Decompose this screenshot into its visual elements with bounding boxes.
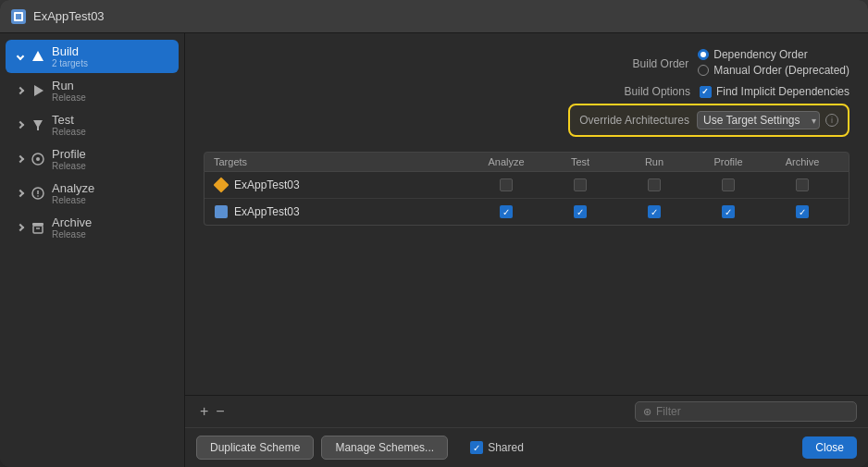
checkbox-test-2[interactable]: ✓ xyxy=(574,205,587,218)
footer: + − ⊛ Duplicate Scheme Manage Schemes...… xyxy=(185,395,868,467)
checkbox-archive-2[interactable]: ✓ xyxy=(796,205,809,218)
archive-icon xyxy=(30,219,46,236)
run-icon xyxy=(30,82,46,99)
cell-profile-1[interactable] xyxy=(691,178,765,191)
archive-text: Archive Release xyxy=(52,215,92,240)
sidebar-sublabel-test: Release xyxy=(52,127,86,137)
checkbox-test-1[interactable] xyxy=(574,178,587,191)
scheme-editor-dialog: ExAppTest03 Build 2 targets xyxy=(0,0,868,467)
build-options-label: Build Options xyxy=(625,85,690,98)
shared-label: Shared xyxy=(488,441,524,454)
checkbox-run-1[interactable] xyxy=(648,178,661,191)
chevron-right-icon-test xyxy=(15,119,26,130)
sidebar-item-archive[interactable]: Archive Release xyxy=(6,211,179,244)
duplicate-scheme-button[interactable]: Duplicate Scheme xyxy=(196,436,314,460)
checkbox-analyze-1[interactable] xyxy=(500,178,513,191)
cell-profile-2[interactable]: ✓ xyxy=(691,205,765,218)
cell-test-1[interactable] xyxy=(543,178,617,191)
sidebar-item-profile[interactable]: Profile Release xyxy=(6,142,179,176)
table-body: ExAppTest03 xyxy=(204,172,849,226)
sidebar-label-archive: Archive xyxy=(52,215,92,229)
checkbox-analyze-2[interactable]: ✓ xyxy=(500,205,513,218)
chevron-right-icon-profile xyxy=(15,154,26,165)
rect-shape xyxy=(215,205,228,218)
col-header-run: Run xyxy=(617,156,691,167)
col-header-profile: Profile xyxy=(691,156,765,167)
diamond-target-icon xyxy=(214,178,229,192)
analyze-icon xyxy=(30,185,46,202)
target-name-2: ExAppTest03 xyxy=(214,204,469,219)
sidebar-item-analyze[interactable]: Analyze Release xyxy=(6,177,179,210)
cell-run-2[interactable]: ✓ xyxy=(617,205,691,218)
rect-target-icon xyxy=(214,204,229,219)
override-arch-select[interactable]: Use Target Settings xyxy=(697,111,820,129)
checkbox-profile-1[interactable] xyxy=(722,178,735,191)
find-implicit-option[interactable]: Find Implicit Dependencies xyxy=(700,85,849,98)
cell-analyze-1[interactable] xyxy=(469,178,543,191)
title-bar: ExAppTest03 xyxy=(0,0,868,33)
sidebar-label-build: Build xyxy=(52,44,88,58)
main-content: Build Order Dependency Order Manual Orde… xyxy=(185,33,868,467)
info-icon[interactable]: i xyxy=(825,114,838,127)
sidebar-sublabel-analyze: Release xyxy=(52,195,94,205)
close-button[interactable]: Close xyxy=(802,436,857,459)
run-text: Run Release xyxy=(52,79,86,103)
table-row[interactable]: ExAppTest03 ✓ ✓ ✓ xyxy=(205,199,849,225)
table-row[interactable]: ExAppTest03 xyxy=(205,172,849,199)
dependency-order-label: Dependency Order xyxy=(713,48,807,61)
footer-toolbar: + − ⊛ xyxy=(185,396,868,428)
shared-checkbox[interactable]: ✓ xyxy=(470,441,483,454)
dependency-order-radio[interactable] xyxy=(698,49,709,60)
manual-order-option[interactable]: Manual Order (Deprecated) xyxy=(698,64,849,77)
checkbox-run-2[interactable]: ✓ xyxy=(648,205,661,218)
col-header-test: Test xyxy=(543,156,617,167)
target-label-1: ExAppTest03 xyxy=(234,178,300,191)
svg-marker-0 xyxy=(34,85,43,96)
cell-archive-2[interactable]: ✓ xyxy=(765,205,839,218)
shared-checkbox-container[interactable]: ✓ Shared xyxy=(470,441,524,454)
cell-test-2[interactable]: ✓ xyxy=(543,205,617,218)
find-implicit-checkbox[interactable] xyxy=(700,86,712,98)
table-header: Targets Analyze Test Run Profile Archive xyxy=(204,152,849,172)
manual-order-label: Manual Order (Deprecated) xyxy=(713,64,849,77)
svg-point-5 xyxy=(37,195,39,197)
filter-input[interactable] xyxy=(656,405,849,418)
col-header-analyze: Analyze xyxy=(469,156,543,167)
override-arch-label: Override Architectures xyxy=(579,114,689,127)
app-icon-inner xyxy=(14,12,23,21)
sidebar-item-build[interactable]: Build 2 targets xyxy=(6,40,179,73)
checkbox-profile-2[interactable]: ✓ xyxy=(722,205,735,218)
sidebar: Build 2 targets Run Release xyxy=(0,33,185,467)
manage-schemes-button[interactable]: Manage Schemes... xyxy=(321,436,448,460)
remove-button[interactable]: − xyxy=(212,401,228,422)
manual-order-radio[interactable] xyxy=(698,65,709,76)
sidebar-sublabel-profile: Release xyxy=(52,161,86,171)
app-icon xyxy=(11,9,26,24)
filter-box: ⊛ xyxy=(635,401,857,422)
filter-icon: ⊛ xyxy=(643,406,651,418)
targets-table-container: Targets Analyze Test Run Profile Archive xyxy=(204,152,849,226)
test-text: Test Release xyxy=(52,113,86,137)
dialog-title: ExAppTest03 xyxy=(33,9,105,23)
cell-analyze-2[interactable]: ✓ xyxy=(469,205,543,218)
sidebar-label-profile: Profile xyxy=(52,147,86,161)
dependency-order-option[interactable]: Dependency Order xyxy=(698,48,849,61)
svg-point-2 xyxy=(36,157,40,161)
svg-rect-7 xyxy=(33,226,43,233)
sidebar-item-run[interactable]: Run Release xyxy=(6,74,179,107)
build-icon xyxy=(30,48,46,65)
checkbox-archive-1[interactable] xyxy=(796,178,809,191)
target-name-1: ExAppTest03 xyxy=(214,178,469,192)
chevron-right-icon-run xyxy=(15,85,26,96)
add-button[interactable]: + xyxy=(196,401,212,422)
override-arch-container: Override Architectures Use Target Settin… xyxy=(204,104,849,137)
sidebar-sublabel-run: Release xyxy=(52,92,86,103)
footer-actions: Duplicate Scheme Manage Schemes... ✓ Sha… xyxy=(185,428,868,467)
override-arch-select-wrapper[interactable]: Use Target Settings xyxy=(697,111,820,129)
cell-run-1[interactable] xyxy=(617,178,691,191)
diamond-shape xyxy=(214,178,229,193)
main-inner: Build Order Dependency Order Manual Orde… xyxy=(185,33,868,395)
build-settings: Build Order Dependency Order Manual Orde… xyxy=(204,48,849,137)
sidebar-item-test[interactable]: Test Release xyxy=(6,108,179,141)
cell-archive-1[interactable] xyxy=(765,178,839,191)
